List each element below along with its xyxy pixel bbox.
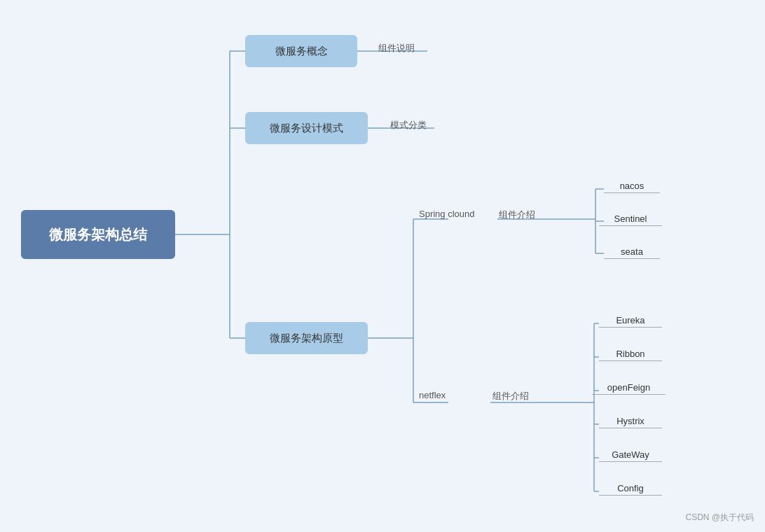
- netflix-note: 组件介绍: [492, 390, 529, 402]
- leaf-config: Config: [599, 483, 662, 496]
- leaf-nacos: nacos: [604, 181, 660, 193]
- concept-note: 组件说明: [378, 42, 415, 55]
- netflix-label: netflex: [419, 390, 446, 400]
- spring-cloud-note: 组件介绍: [499, 209, 535, 221]
- root-label: 微服务架构总结: [49, 225, 147, 244]
- design-note: 模式分类: [390, 119, 427, 132]
- root-node: 微服务架构总结: [21, 210, 175, 259]
- concept-label: 微服务概念: [275, 45, 328, 58]
- watermark: CSDN @执于代码: [685, 512, 754, 524]
- level1-design: 微服务设计模式: [245, 112, 368, 144]
- level1-proto: 微服务架构原型: [245, 322, 368, 354]
- diagram: 微服务架构总结 微服务概念 组件说明 微服务设计模式 模式分类 微服务架构原型 …: [0, 0, 765, 532]
- leaf-openfeign: openFeign: [592, 382, 666, 395]
- leaf-seata: seata: [604, 246, 660, 259]
- leaf-sentinel: Sentinel: [599, 214, 662, 226]
- proto-label: 微服务架构原型: [270, 332, 343, 345]
- leaf-ribbon: Ribbon: [599, 349, 662, 361]
- leaf-hystrix: Hystrix: [599, 416, 662, 428]
- level1-concept: 微服务概念: [245, 35, 357, 67]
- spring-cloud-label: Spring clound: [419, 209, 475, 219]
- leaf-eureka: Eureka: [599, 315, 662, 328]
- leaf-gateway: GateWay: [599, 449, 662, 462]
- design-label: 微服务设计模式: [270, 122, 343, 135]
